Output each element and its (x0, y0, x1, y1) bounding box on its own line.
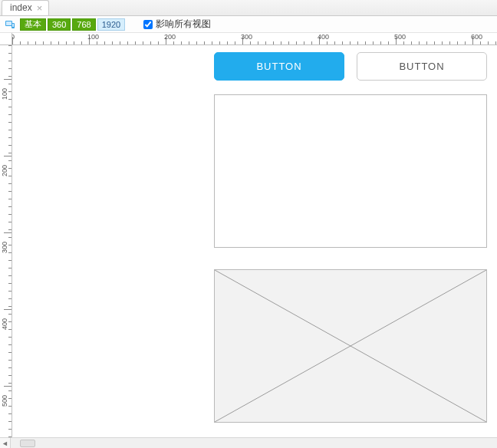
image-placeholder-widget[interactable] (214, 269, 487, 423)
tab-index[interactable]: index × (2, 0, 49, 15)
svg-rect-3 (12, 24, 14, 27)
button-primary-label: BUTTON (256, 61, 301, 72)
canvas[interactable]: BUTTON BUTTON (12, 45, 497, 437)
ruler-v-label: 300 (1, 242, 8, 253)
placeholder-x-icon (215, 270, 486, 422)
button-outline[interactable]: BUTTON (357, 52, 487, 81)
ruler-h-label: 100 (87, 33, 99, 41)
button-primary[interactable]: BUTTON (214, 52, 344, 81)
close-icon[interactable]: × (37, 3, 43, 13)
scroll-thumb[interactable] (20, 440, 35, 447)
ruler-v-label: 100 (1, 88, 8, 100)
viewport-768[interactable]: 768 (72, 18, 95, 31)
ruler-vertical[interactable]: 100200300400500 (0, 45, 12, 437)
button-outline-label: BUTTON (399, 61, 444, 72)
horizontal-scrollbar[interactable]: ◄ (0, 437, 497, 448)
workspace: 0100200300400500600 100200300400500 BUTT… (0, 33, 497, 437)
ruler-v-label: 200 (1, 165, 8, 176)
svg-rect-1 (6, 21, 12, 25)
viewport-1920[interactable]: 1920 (97, 18, 125, 31)
device-icon (5, 20, 15, 29)
tab-bar: index × (0, 0, 497, 16)
affect-checkbox[interactable] (143, 20, 153, 29)
ruler-v-label: 500 (1, 395, 8, 407)
ruler-h-label: 300 (241, 33, 252, 41)
affect-label: 影响所有视图 (156, 18, 211, 31)
viewport-basic[interactable]: 基本 (20, 18, 46, 31)
affect-all-views[interactable]: 影响所有视图 (143, 18, 211, 31)
ruler-v-label: 400 (1, 318, 8, 330)
ruler-corner (0, 33, 12, 45)
ruler-h-label: 500 (394, 33, 406, 41)
ruler-horizontal[interactable]: 0100200300400500600 (12, 33, 497, 45)
rectangle-widget[interactable] (214, 94, 487, 248)
ruler-h-label: 200 (164, 33, 176, 41)
ruler-h-label: 600 (471, 33, 482, 41)
viewport-360[interactable]: 360 (48, 18, 71, 31)
scroll-left-arrow-icon[interactable]: ◄ (0, 438, 11, 449)
tab-title: index (10, 2, 32, 13)
ruler-h-label: 400 (318, 33, 329, 41)
toolbar: 基本 360 768 1920 影响所有视图 (0, 16, 497, 33)
